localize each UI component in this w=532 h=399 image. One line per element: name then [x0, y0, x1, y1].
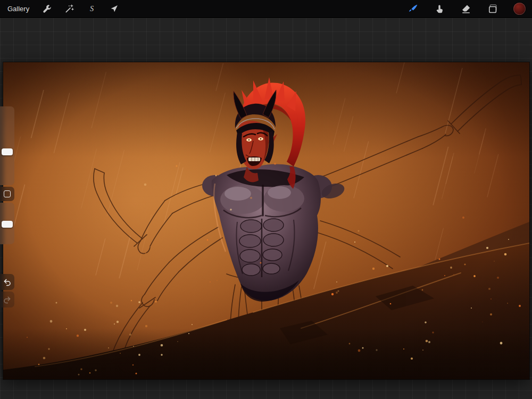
redo-icon	[3, 295, 12, 304]
selection-s-icon: S	[87, 4, 97, 14]
workspace-background	[0, 18, 532, 399]
undo-button[interactable]	[0, 274, 14, 290]
artwork	[3, 62, 529, 379]
redo-button[interactable]	[0, 292, 14, 307]
color-swatch	[513, 3, 526, 15]
magic-wand-icon	[64, 4, 74, 14]
topbar-paint-button[interactable]	[406, 2, 419, 16]
actions-button[interactable]	[38, 2, 56, 16]
undo-icon	[3, 278, 12, 287]
transform-arrow-icon	[109, 4, 119, 14]
brush-size-slider[interactable]	[0, 106, 14, 185]
svg-text:S: S	[90, 4, 94, 13]
transform-button[interactable]	[105, 2, 123, 16]
opacity-slider[interactable]	[0, 203, 14, 244]
topbar-smudge-button[interactable]	[433, 2, 446, 16]
smudge-finger-icon	[434, 4, 445, 14]
topbar-erase-button[interactable]	[460, 2, 472, 16]
artwork-canvas[interactable]	[3, 62, 529, 379]
adjustments-button[interactable]	[60, 2, 78, 16]
selection-button[interactable]: S	[82, 2, 101, 16]
opacity-handle[interactable]	[2, 221, 13, 228]
layers-icon	[487, 3, 498, 14]
modify-button[interactable]	[0, 187, 14, 201]
modify-square-icon	[4, 190, 11, 197]
history-controls	[0, 274, 14, 307]
top-toolbar: Gallery S	[0, 0, 532, 18]
brush-sidebar	[0, 106, 14, 244]
gallery-button[interactable]: Gallery	[6, 3, 34, 14]
paintbrush-icon	[408, 3, 419, 14]
topbar-layers-button[interactable]	[486, 2, 499, 16]
eraser-icon	[461, 4, 471, 14]
wrench-icon	[42, 4, 52, 14]
topbar-color-button[interactable]	[513, 2, 526, 16]
brush-size-handle[interactable]	[2, 148, 13, 155]
